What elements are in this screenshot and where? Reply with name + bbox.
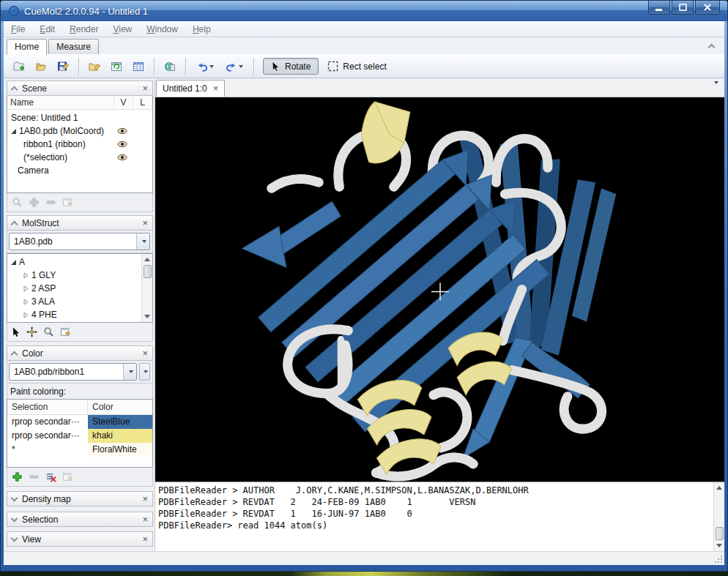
remove-paint-icon[interactable]: [29, 471, 40, 482]
viewport-canvas[interactable]: [155, 97, 724, 482]
column-name[interactable]: Name: [7, 96, 114, 109]
ribbon-collapse-button[interactable]: [705, 41, 717, 51]
tree-row-scene[interactable]: Scene: Untitled 1: [7, 111, 152, 124]
molstruct-panel-close-icon[interactable]: ×: [142, 220, 148, 227]
tree-row-ribbon1[interactable]: ribbon1 (ribbon): [7, 138, 152, 151]
view-tab-overflow-button[interactable]: [713, 84, 718, 94]
column-lock[interactable]: L: [133, 96, 152, 109]
menu-window[interactable]: Window: [146, 24, 178, 34]
expander-collapsed-icon[interactable]: [23, 285, 29, 292]
selection-panel-header[interactable]: Selection ×: [7, 512, 153, 527]
visibility-eye-icon[interactable]: [117, 154, 127, 161]
view-tab-close-icon[interactable]: ×: [213, 85, 219, 92]
scene-panel-close-icon[interactable]: ×: [142, 85, 148, 92]
color-panel-close-icon[interactable]: ×: [142, 350, 148, 357]
view-panel-header[interactable]: View ×: [7, 531, 153, 547]
clear-paint-list-icon[interactable]: [45, 471, 56, 482]
expander-collapsed-icon[interactable]: [23, 272, 29, 279]
open-scene-button[interactable]: [31, 57, 51, 76]
column-color[interactable]: Color: [88, 400, 118, 414]
redo-button[interactable]: [221, 57, 248, 76]
reload-file-button[interactable]: [107, 57, 126, 76]
open-folder-icon: [35, 61, 47, 72]
rotate-mode-button[interactable]: Rotate: [263, 58, 319, 75]
density-map-panel-header[interactable]: Density map ×: [7, 491, 153, 506]
color-combo-value: 1AB0.pdb/ribbon1: [10, 367, 123, 377]
new-scene-button[interactable]: [10, 57, 29, 76]
scroll-down-icon[interactable]: [142, 311, 153, 322]
fetch-pdb-button[interactable]: [160, 57, 179, 76]
log-scrollbar[interactable]: [713, 482, 724, 551]
paint-row[interactable]: rprop secondar··· khaki: [7, 429, 152, 443]
visibility-eye-icon[interactable]: [117, 141, 127, 148]
menu-file[interactable]: File: [11, 24, 25, 34]
molstruct-panel-header[interactable]: MolStruct ×: [7, 215, 153, 231]
selection-panel-close-icon[interactable]: ×: [142, 516, 148, 523]
tree-row-selection[interactable]: (*selection): [7, 151, 152, 164]
resize-grip[interactable]: [713, 554, 723, 564]
expander-collapsed-icon[interactable]: [23, 299, 29, 305]
color-panel-header[interactable]: Color ×: [7, 345, 153, 361]
paint-selection-cell: rprop secondar···: [7, 429, 88, 443]
add-paint-icon[interactable]: [12, 471, 23, 482]
molstruct-mol-select[interactable]: 1AB0.pdb: [9, 233, 150, 250]
close-button[interactable]: [695, 1, 720, 15]
paint-row[interactable]: rprop secondar··· SteelBlue: [7, 415, 152, 429]
redo-dropdown-icon[interactable]: [239, 65, 243, 68]
tree-row-molcoord[interactable]: 1AB0.pdb (MolCoord): [7, 124, 152, 138]
save-scene-button[interactable]: [53, 57, 73, 76]
view-tab-untitled[interactable]: Untitled 1:0 ×: [156, 80, 225, 97]
paint-row[interactable]: * FloralWhite: [7, 443, 152, 457]
view-panel-close-icon[interactable]: ×: [142, 536, 148, 543]
undo-dropdown-icon[interactable]: [209, 65, 214, 68]
menu-view[interactable]: View: [113, 24, 132, 34]
add-icon[interactable]: [29, 197, 40, 208]
zoom-icon[interactable]: [12, 197, 23, 208]
mol-table-button[interactable]: [129, 57, 148, 76]
undo-button[interactable]: [192, 57, 218, 76]
maximize-button[interactable]: [672, 1, 694, 15]
expander-expanded-icon[interactable]: [11, 260, 16, 265]
tree-row-residue[interactable]: 1 GLY: [7, 269, 141, 282]
column-visible[interactable]: V: [114, 96, 133, 109]
scrollbar-thumb[interactable]: [716, 527, 724, 540]
properties-icon[interactable]: [62, 471, 73, 482]
expander-collapsed-icon[interactable]: [23, 312, 29, 318]
rect-select-button[interactable]: Rect select: [322, 59, 392, 74]
chevron-down-icon: [11, 494, 18, 501]
remove-icon[interactable]: [45, 197, 56, 208]
density-map-close-icon[interactable]: ×: [142, 495, 148, 503]
select-tool-icon[interactable]: [12, 326, 21, 337]
tree-row-residue[interactable]: 2 ASP: [7, 282, 141, 295]
properties-icon[interactable]: [60, 326, 71, 337]
tree-row-residue[interactable]: 4 PHE: [7, 308, 141, 321]
paint-selection-cell: rprop secondar···: [7, 415, 88, 429]
column-selection[interactable]: Selection: [7, 400, 88, 414]
molstruct-scrollbar[interactable]: [141, 254, 152, 322]
combo-dropdown-button[interactable]: [136, 233, 149, 250]
visibility-eye-icon[interactable]: [117, 127, 127, 135]
scroll-up-icon[interactable]: [142, 254, 153, 265]
menu-help[interactable]: Help: [193, 24, 211, 34]
scroll-up-icon[interactable]: [714, 482, 725, 493]
color-extra-dropdown-button[interactable]: [139, 363, 150, 381]
menu-edit[interactable]: Edit: [40, 24, 55, 34]
scroll-down-icon[interactable]: [714, 540, 725, 551]
scene-panel-header[interactable]: Scene ×: [7, 81, 153, 96]
tab-measure[interactable]: Measure: [48, 39, 99, 54]
combo-dropdown-button[interactable]: [123, 364, 136, 380]
center-view-icon[interactable]: [26, 326, 37, 337]
properties-icon[interactable]: [62, 197, 73, 208]
tree-row-residue[interactable]: 3 ALA: [7, 295, 141, 308]
color-renderer-select[interactable]: 1AB0.pdb/ribbon1: [9, 363, 137, 381]
expander-expanded-icon[interactable]: [11, 129, 16, 134]
minimize-button[interactable]: [648, 1, 670, 15]
tree-row-chain-a[interactable]: A: [7, 255, 141, 269]
open-file-button[interactable]: [85, 57, 104, 76]
menu-render[interactable]: Render: [70, 24, 98, 34]
scrollbar-thumb[interactable]: [144, 265, 152, 278]
zoom-to-selection-icon[interactable]: [43, 326, 54, 337]
tree-row-camera[interactable]: Camera: [7, 164, 152, 177]
log-output[interactable]: PDBFileReader > AUTHOR J.ORY,C.KANE,M.SI…: [155, 482, 713, 551]
tab-home[interactable]: Home: [7, 39, 47, 55]
